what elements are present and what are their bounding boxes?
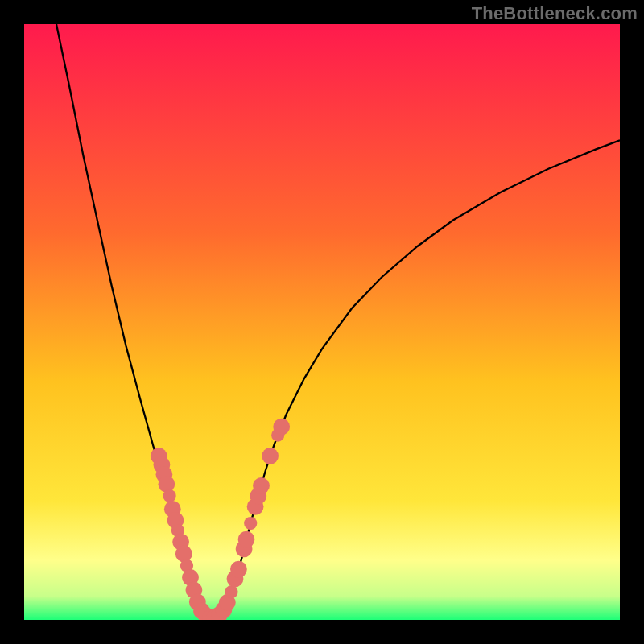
marker-dot [244, 517, 257, 530]
marker-dot [238, 531, 255, 548]
marker-dot [273, 419, 290, 436]
chart-frame: TheBottleneck.com [0, 0, 644, 644]
marker-dot [230, 561, 247, 578]
watermark-text: TheBottleneck.com [472, 3, 638, 24]
marker-dot [163, 489, 176, 502]
chart-svg [24, 24, 620, 620]
marker-dot [175, 546, 192, 563]
plot-area [24, 24, 620, 620]
highlight-markers [151, 419, 290, 620]
marker-dot [159, 476, 175, 493]
marker-dot [262, 448, 279, 464]
marker-dot [225, 585, 237, 598]
bottleneck-curve [56, 24, 620, 619]
marker-dot [253, 477, 270, 494]
